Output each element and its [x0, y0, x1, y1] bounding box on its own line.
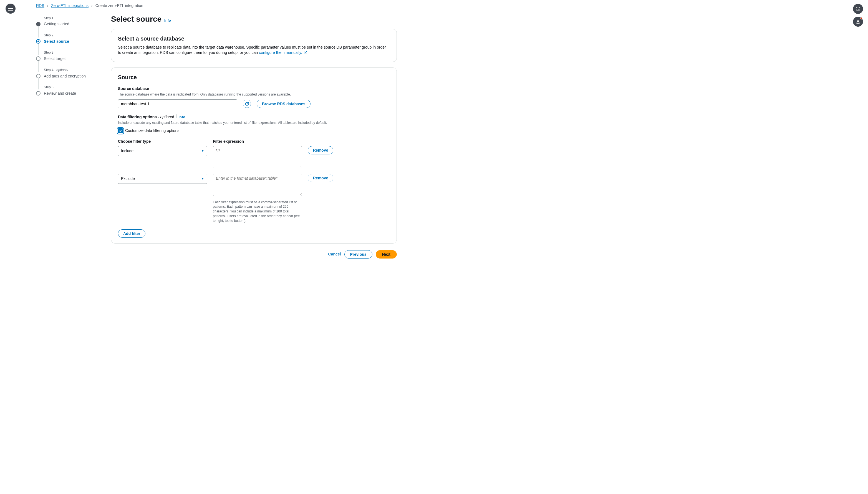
breadcrumb: RDS › Zero-ETL integrations › Create zer…	[36, 3, 397, 8]
intro-card: Select a source database Select a source…	[111, 29, 397, 62]
step-getting-started[interactable]: Step 1 Getting started	[36, 16, 100, 27]
source-db-help: The source database where the data is re…	[118, 92, 390, 97]
filter-type-select[interactable]: Exclude ▼	[118, 174, 207, 184]
intro-card-desc: Select a source database to replicate da…	[118, 45, 390, 56]
step-select-source[interactable]: Step 2 Select source	[36, 33, 100, 44]
cloudshell-button[interactable]	[853, 4, 863, 14]
svg-rect-0	[8, 7, 13, 7]
svg-rect-1	[8, 8, 13, 9]
step-select-target[interactable]: Step 3 Select target	[36, 50, 100, 61]
refresh-button[interactable]	[243, 100, 251, 108]
next-button[interactable]: Next	[376, 250, 397, 259]
customize-filtering-label: Customize data filtering options	[125, 128, 179, 134]
flask-icon	[855, 19, 861, 24]
step-add-tags-encryption[interactable]: Step 4 - optional Add tags and encryptio…	[36, 68, 100, 79]
source-db-label: Source database	[118, 86, 390, 92]
hamburger-icon	[8, 7, 13, 11]
remove-filter-button[interactable]: Remove	[308, 174, 333, 182]
wizard-steps: Step 1 Getting started Step 2 Select sou…	[36, 14, 100, 259]
previous-button[interactable]: Previous	[344, 250, 372, 259]
breadcrumb-current: Create zero-ETL integration	[96, 3, 143, 8]
breadcrumb-zero-etl[interactable]: Zero-ETL integrations	[51, 3, 88, 8]
filter-row: Exclude ▼ Each filter expression must be…	[118, 174, 390, 223]
breadcrumb-rds[interactable]: RDS	[36, 3, 44, 8]
chevron-down-icon: ▼	[201, 177, 204, 181]
customize-filtering-checkbox[interactable]	[118, 128, 123, 133]
info-link[interactable]: Info	[164, 18, 171, 23]
filter-expression-help: Each filter expression must be a comma-s…	[213, 200, 302, 223]
page-title: Select source	[111, 14, 161, 24]
svg-rect-2	[8, 10, 13, 11]
data-filtering-help: Include or exclude any existing and futu…	[118, 120, 390, 125]
source-db-input[interactable]	[118, 99, 237, 108]
step-review-create[interactable]: Step 5 Review and create	[36, 85, 100, 96]
remove-filter-button[interactable]: Remove	[308, 146, 333, 154]
filter-expression-header: Filter expression	[213, 139, 302, 145]
clock-icon	[855, 6, 861, 12]
configure-manually-link[interactable]: configure them manually.	[259, 50, 308, 55]
experiments-button[interactable]	[853, 17, 863, 27]
source-card: Source Source database The source databa…	[111, 68, 397, 244]
hamburger-menu-button[interactable]	[5, 4, 16, 14]
filter-expression-input[interactable]	[213, 146, 302, 168]
chevron-down-icon: ▼	[201, 149, 204, 153]
chevron-right-icon: ›	[91, 3, 93, 8]
cancel-button[interactable]: Cancel	[328, 252, 341, 257]
notification-dot-icon	[860, 17, 863, 19]
external-link-icon	[303, 51, 308, 56]
check-icon	[119, 129, 122, 132]
filter-expression-input[interactable]	[213, 174, 302, 196]
wizard-footer: Cancel Previous Next	[111, 250, 397, 259]
source-card-title: Source	[118, 73, 390, 81]
add-filter-button[interactable]: Add filter	[118, 229, 145, 238]
filter-type-select[interactable]: Include ▼	[118, 146, 207, 156]
data-filtering-label: Data filtering options - optional	[118, 114, 174, 120]
filter-row: Include ▼ Remove	[118, 146, 390, 168]
refresh-icon	[245, 102, 249, 106]
filter-type-header: Choose filter type	[118, 139, 207, 145]
browse-rds-databases-button[interactable]: Browse RDS databases	[257, 100, 311, 108]
chevron-right-icon: ›	[47, 3, 48, 8]
data-filtering-info-link[interactable]: Info	[179, 115, 185, 120]
intro-card-title: Select a source database	[118, 35, 390, 42]
